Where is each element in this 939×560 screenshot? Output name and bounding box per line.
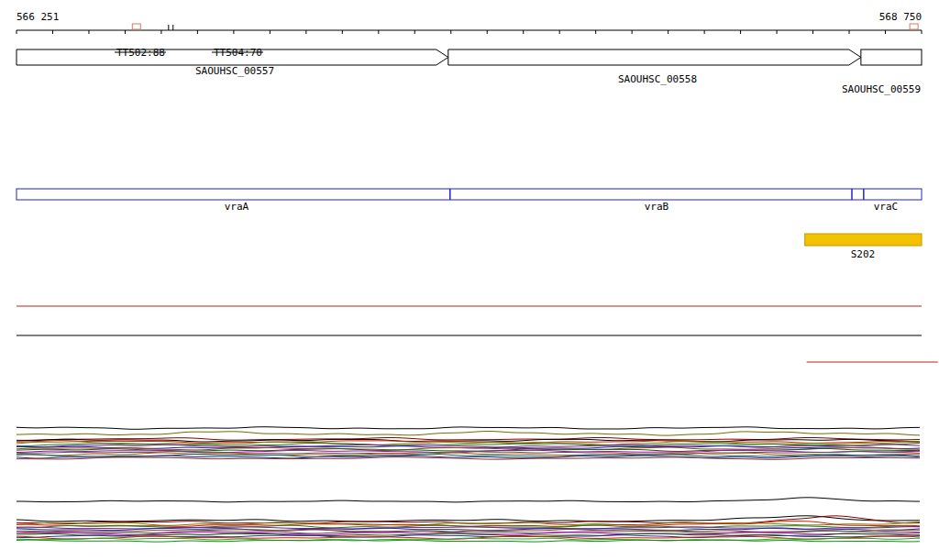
baseline-lines [17,306,938,362]
coverage-line-trace-hi [17,432,920,436]
annotation-track [17,189,922,200]
coverage-band-upper [17,427,920,460]
s202-track [805,234,922,246]
gene-arrow-SAOUHSC_00558[interactable] [448,49,861,65]
annotation-track-box[interactable] [17,189,922,200]
coverage-line-cond-15 [17,540,920,542]
s202-bar[interactable] [805,234,922,246]
ruler[interactable] [17,24,922,34]
genome-browser-canvas: 566 251 568 750 TT502:88 TT504:70 SAOUHS… [0,0,939,560]
genome-browser-view: 566 251 568 750 TT502:88 TT504:70 SAOUHS… [0,0,939,560]
view-end-coordinate: 568 750 [879,11,922,23]
gene-label: SAOUHSC_00559 [842,83,921,95]
terminator-label: TT502:88 [116,47,165,59]
view-start-coordinate: 566 251 [17,11,59,23]
gene-label: SAOUHSC_00557 [195,65,274,77]
coverage-line-bound-top [17,498,920,502]
s202-label: S202 [851,248,876,260]
gene-label: SAOUHSC_00558 [618,73,697,85]
annotation-segment-label: vraB [645,201,669,213]
coverage-line-bound-top [17,427,920,430]
annotation-segment-label: vraA [225,201,249,213]
ruler-feature-red-box[interactable] [132,24,140,29]
coverage-band-lower [17,498,920,542]
terminator-label: TT504:70 [214,47,262,59]
gene-box-SAOUHSC_00559[interactable] [861,49,922,65]
ruler-feature-red-box[interactable] [910,24,918,29]
annotation-segment-label: vraC [874,201,899,213]
coverage-line-cond-01 [17,516,920,522]
